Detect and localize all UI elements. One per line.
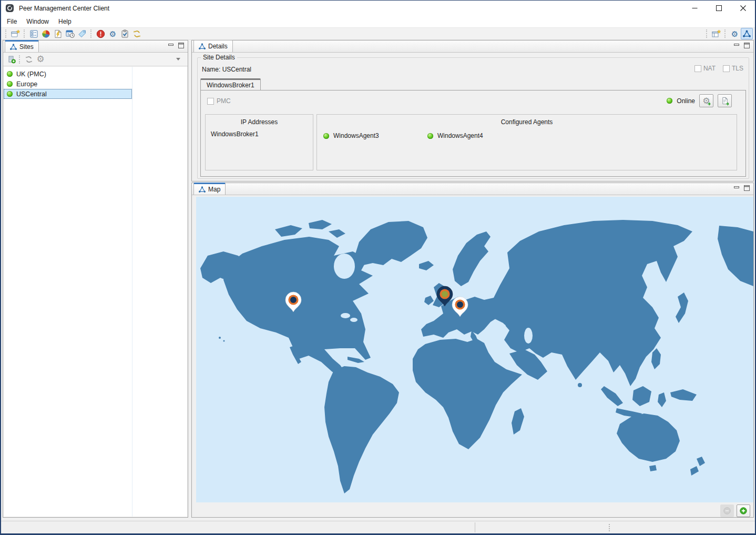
site-row-uk-pmc[interactable]: UK (PMC) — [4, 69, 132, 79]
minimize-window-button[interactable] — [682, 1, 707, 16]
open-perspective-icon[interactable] — [710, 28, 722, 39]
online-status-icon — [7, 81, 13, 87]
online-status-icon — [667, 98, 672, 104]
tree-column-divider — [132, 67, 132, 517]
gear-export-button[interactable]: ⚙ — [699, 94, 713, 107]
configured-agents-box: Configured Agents WindowsAgent3 WindowsA… — [316, 114, 737, 170]
checkbox-box[interactable] — [694, 65, 701, 72]
title-bar: Peer Management Center Client — [1, 1, 755, 16]
network-triangle-icon — [10, 44, 17, 51]
report-lightning-icon[interactable] — [52, 28, 64, 39]
network-triangle-icon — [199, 43, 206, 50]
window-title: Peer Management Center Client — [19, 5, 109, 12]
add-site-icon[interactable] — [5, 54, 17, 65]
map-zoom-in-button[interactable] — [737, 504, 750, 517]
agent-label: WindowsAgent4 — [437, 132, 483, 139]
toolbar-grip[interactable] — [706, 29, 708, 38]
menu-help[interactable]: Help — [54, 17, 76, 26]
map-zoom-out-button[interactable] — [720, 504, 734, 517]
site-row-uscentral[interactable]: USCentral — [4, 89, 132, 99]
toolbar-grip[interactable] — [24, 29, 26, 38]
gear-icon[interactable]: ⚙ — [729, 28, 741, 39]
site-name-value: Name: USCentral — [202, 66, 251, 73]
sites-view: Sites ⚙ UK (PMC) — [3, 40, 188, 518]
configured-agents-title: Configured Agents — [317, 118, 737, 126]
map-view: Map — [191, 183, 754, 518]
online-status-icon — [7, 91, 13, 97]
status-bar-divider — [475, 522, 475, 532]
tab-sites[interactable]: Sites — [5, 40, 39, 52]
app-logo-icon — [5, 4, 14, 13]
status-bar — [1, 521, 755, 533]
main-toolbar: ⚙ ⚙ — [1, 27, 755, 40]
reconnect-arrows-icon[interactable] — [23, 54, 35, 65]
tab-map-label: Map — [208, 186, 220, 193]
pmc-label: PMC — [217, 97, 231, 105]
tab-sites-label: Sites — [19, 43, 34, 51]
toolbar-grip[interactable] — [5, 29, 7, 38]
site-details-group: Site Details Name: USCentral NAT TLS Win… — [197, 57, 749, 179]
broker-export-button[interactable] — [718, 94, 732, 107]
tab-details[interactable]: Details — [193, 40, 233, 52]
tag-icon[interactable] — [76, 28, 88, 39]
site-details-title: Site Details — [201, 54, 237, 61]
gear-icon[interactable]: ⚙ — [107, 28, 119, 39]
preferences-list-icon[interactable] — [28, 28, 40, 39]
minimize-view-button[interactable] — [734, 43, 740, 50]
menu-window[interactable]: Window — [22, 17, 54, 26]
new-configuration-icon[interactable] — [9, 28, 22, 39]
application-window: Peer Management Center Client File Windo… — [0, 0, 756, 535]
refresh-sync-icon[interactable] — [131, 28, 143, 39]
agent-label: WindowsAgent3 — [333, 132, 379, 139]
tls-checkbox[interactable]: TLS — [723, 65, 743, 72]
minimize-view-button[interactable] — [734, 185, 740, 193]
view-menu-chevron-icon[interactable] — [176, 58, 180, 60]
toolbar-grip[interactable] — [19, 55, 21, 64]
site-label: Europe — [16, 80, 37, 88]
tab-windowsbroker1-label: WindowsBroker1 — [207, 82, 254, 89]
close-window-button[interactable] — [731, 1, 755, 16]
menu-bar: File Window Help — [1, 16, 755, 27]
online-status-icon — [427, 133, 433, 139]
status-bar-grip[interactable] — [609, 524, 610, 531]
ip-addresses-title: IP Addresses — [206, 118, 313, 126]
checkbox-box[interactable] — [723, 65, 730, 72]
maximize-view-button[interactable] — [744, 43, 750, 50]
site-label: USCentral — [16, 90, 47, 98]
peer-management-perspective-icon[interactable] — [741, 28, 753, 39]
nat-label: NAT — [703, 65, 716, 72]
maximize-view-button[interactable] — [178, 43, 184, 50]
site-row-europe[interactable]: Europe — [4, 79, 132, 89]
details-view: Details Site Details Name: USCentral NAT… — [191, 40, 754, 181]
network-triangle-icon — [199, 186, 206, 193]
tab-map[interactable]: Map — [193, 183, 226, 195]
toolbar-grip[interactable] — [724, 29, 727, 38]
map-tab-row: Map — [192, 183, 753, 195]
sites-tree[interactable]: UK (PMC) Europe USCentral — [4, 67, 187, 517]
details-tab-row: Details — [192, 41, 753, 53]
toolbar-grip[interactable] — [90, 29, 93, 38]
green-arrow-icon — [708, 102, 712, 106]
checkbox-box[interactable] — [207, 98, 214, 105]
alert-icon[interactable] — [95, 28, 107, 39]
tab-windowsbroker1[interactable]: WindowsBroker1 — [200, 78, 261, 90]
maximize-window-button[interactable] — [707, 1, 731, 16]
tls-label: TLS — [732, 65, 743, 72]
maximize-view-button[interactable] — [744, 185, 750, 193]
pmc-checkbox[interactable]: PMC — [207, 97, 231, 105]
online-status-icon — [7, 71, 13, 77]
online-label: Online — [677, 97, 695, 105]
pie-chart-icon[interactable] — [40, 28, 52, 39]
gear-icon[interactable]: ⚙ — [35, 54, 46, 65]
ip-addresses-box: IP Addresses WindowsBroker1 — [205, 114, 313, 170]
menu-file[interactable]: File — [2, 17, 22, 26]
nat-checkbox[interactable]: NAT — [694, 65, 716, 72]
online-status-icon — [323, 133, 329, 139]
schedule-calendar-icon[interactable] — [64, 28, 76, 39]
minimize-view-button[interactable] — [168, 43, 174, 50]
agent-windowsagent3[interactable]: WindowsAgent3 — [323, 132, 379, 139]
world-map[interactable] — [196, 197, 753, 502]
agent-windowsagent4[interactable]: WindowsAgent4 — [427, 132, 483, 139]
agent-summary-clipboard-icon[interactable] — [119, 28, 131, 39]
sites-toolbar: ⚙ — [3, 53, 188, 66]
